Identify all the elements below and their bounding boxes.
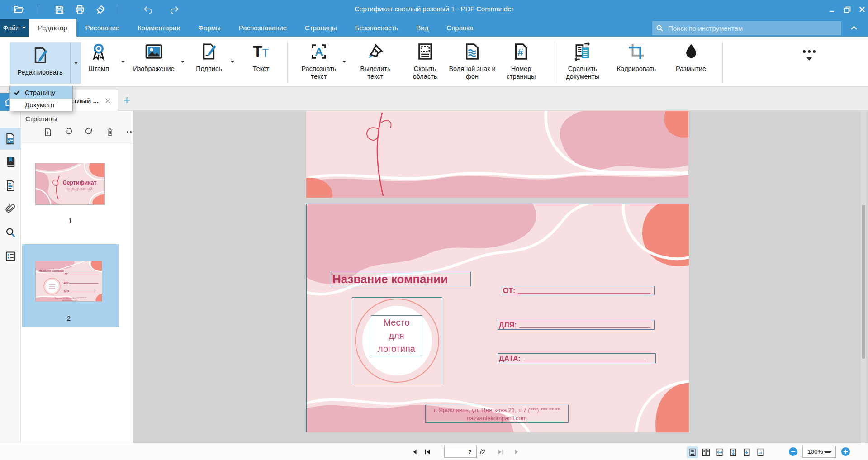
chevron-down-icon xyxy=(74,62,78,64)
page-number-tool[interactable]: # Номер страницы xyxy=(498,42,544,81)
tab-security[interactable]: Безопасность xyxy=(346,19,408,37)
website-link[interactable]: nazvaniekompanii.com xyxy=(426,414,568,422)
image-tool[interactable]: Изображение xyxy=(127,42,181,73)
fit-height-button[interactable] xyxy=(727,446,739,458)
certificate-page-1[interactable] xyxy=(306,111,688,198)
window-title: Сертификат светлый розовый 1 - PDF Comma… xyxy=(0,5,868,13)
hide-area-tool[interactable]: Скрыть область xyxy=(403,42,446,81)
text-tool[interactable]: TT Текст xyxy=(243,42,279,73)
sidebar-pages-button[interactable] xyxy=(0,128,21,150)
recognize-text-tool[interactable]: A Распознать текст xyxy=(294,42,344,81)
view-facing-button[interactable] xyxy=(700,446,712,458)
next-page-button[interactable] xyxy=(497,448,505,455)
minimize-button[interactable] xyxy=(826,4,838,15)
file-menu-button[interactable]: Файл xyxy=(0,19,29,37)
tab-help[interactable]: Справка xyxy=(437,19,482,37)
menu-item-document[interactable]: Документ xyxy=(10,99,72,111)
rotate-ccw-icon xyxy=(64,128,73,137)
close-button[interactable] xyxy=(856,4,868,15)
new-tab-button[interactable] xyxy=(121,95,132,105)
tab-view[interactable]: Вид xyxy=(407,19,437,37)
tab-comments[interactable]: Комментарии xyxy=(128,19,189,37)
sidebar-attachments-button[interactable] xyxy=(0,198,21,220)
image-dropdown-arrow[interactable] xyxy=(181,61,185,63)
tab-recognition[interactable]: Распознавание xyxy=(230,19,296,37)
plus-icon xyxy=(123,96,131,104)
page-number-label: 2 xyxy=(35,314,102,322)
actual-size-button[interactable]: 1:1 xyxy=(754,446,766,458)
edit-tool-button[interactable]: Редактировать xyxy=(10,42,70,84)
scrollbar-thumb[interactable] xyxy=(862,205,865,359)
first-page-button[interactable] xyxy=(423,448,432,455)
arrow-left-icon xyxy=(412,449,418,455)
sidebar-search-button[interactable] xyxy=(0,222,21,243)
paperclip-icon xyxy=(5,203,17,215)
search-input[interactable] xyxy=(667,24,838,33)
fit-width-button[interactable] xyxy=(714,446,726,458)
compare-documents-tool[interactable]: Сравнить документы xyxy=(556,42,609,81)
rotate-right-button[interactable] xyxy=(83,127,94,138)
logo-area-box[interactable]: Место для логотипа xyxy=(352,297,442,384)
title-bar: Сертификат светлый розовый 1 - PDF Comma… xyxy=(0,0,868,19)
more-dots-icon xyxy=(802,49,817,54)
crop-tool[interactable]: Кадрировать xyxy=(612,42,661,73)
minimize-icon xyxy=(829,6,835,13)
stamp-icon xyxy=(89,42,108,61)
date-field[interactable]: ДАТА: xyxy=(498,353,656,363)
ribbon-toolbar: Редактировать Штамп Изображение Подпись … xyxy=(0,37,868,87)
recognize-dropdown-arrow[interactable] xyxy=(342,61,346,63)
sidebar-bookmarks-button[interactable] xyxy=(0,151,21,173)
rotate-left-button[interactable] xyxy=(63,127,74,138)
page-thumbnail-2[interactable]: Название компании ОТ: ДЛЯ: ДАТА: г. Ярос… xyxy=(35,261,102,302)
trash-icon xyxy=(105,128,114,137)
previous-page-button[interactable] xyxy=(411,448,419,455)
tab-close-icon[interactable] xyxy=(105,98,111,104)
fit-height-icon xyxy=(729,448,738,457)
tab-forms[interactable]: Формы xyxy=(190,19,230,37)
blur-tool[interactable]: Размытие xyxy=(669,42,712,73)
edit-dropdown-menu: Страницу Документ xyxy=(9,86,73,111)
watermark-tool[interactable]: Водяной знак и фон xyxy=(447,42,497,81)
add-page-button[interactable] xyxy=(43,127,53,138)
certificate-page-2[interactable]: Название компании ОТ: ДЛЯ: ДАТА: xyxy=(306,204,688,432)
logo-placeholder-box[interactable]: Место для логотипа xyxy=(371,315,422,356)
more-tools-button[interactable] xyxy=(802,49,817,61)
zoom-out-button[interactable] xyxy=(788,446,798,457)
thumbnails-list: Сертификат подарочный 1 xyxy=(21,144,133,443)
document-canvas[interactable]: Название компании ОТ: ДЛЯ: ДАТА: xyxy=(133,111,868,443)
company-name-field[interactable]: Название компании xyxy=(331,272,471,286)
sidebar-annotations-button[interactable] xyxy=(0,245,21,267)
view-continuous-button[interactable] xyxy=(687,446,698,458)
last-page-button[interactable] xyxy=(512,448,521,455)
tab-pages[interactable]: Страницы xyxy=(296,19,346,37)
collapse-ribbon-button[interactable] xyxy=(849,24,859,33)
for-field[interactable]: ДЛЯ: xyxy=(498,320,655,330)
tab-drawing[interactable]: Рисование xyxy=(76,19,129,37)
sidebar-outline-button[interactable] xyxy=(0,175,21,196)
from-field[interactable]: ОТ: xyxy=(502,286,655,295)
stamp-tool[interactable]: Штамп xyxy=(78,42,119,73)
page-thumbnail-1[interactable]: Сертификат подарочный xyxy=(35,163,105,205)
vertical-scrollbar[interactable] xyxy=(861,111,866,443)
tab-editor[interactable]: Редактор xyxy=(29,19,76,37)
highlight-text-tool[interactable]: Выделить текст xyxy=(353,42,398,81)
page-number-input[interactable] xyxy=(444,446,477,458)
for-fill-line xyxy=(519,327,650,328)
restore-button[interactable] xyxy=(841,4,853,15)
signature-dropdown-arrow[interactable] xyxy=(231,61,234,63)
view-continuous-icon xyxy=(688,448,697,457)
close-icon xyxy=(859,6,865,13)
fit-page-button[interactable] xyxy=(741,446,753,458)
svg-text:A: A xyxy=(315,46,323,58)
zoom-level-select[interactable]: 100% xyxy=(802,446,836,458)
delete-page-button[interactable] xyxy=(104,127,115,138)
zoom-in-button[interactable] xyxy=(840,446,851,457)
address-box[interactable]: г. Ярославль, ул. Цветкова 21, + 7 (***)… xyxy=(425,405,569,423)
pages-panel: Страницы xyxy=(21,111,133,443)
thumb1-title: Сертификат xyxy=(62,180,96,186)
annotations-list-icon xyxy=(5,250,17,262)
signature-tool[interactable]: Подпись xyxy=(189,42,229,73)
menu-item-page[interactable]: Страницу xyxy=(10,86,72,99)
from-label: ОТ: xyxy=(502,287,515,295)
stamp-dropdown-arrow[interactable] xyxy=(121,61,125,63)
